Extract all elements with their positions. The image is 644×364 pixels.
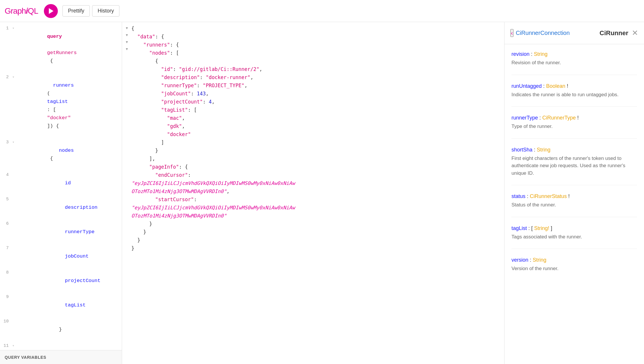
doc-field-status: status : CiRunnerStatus ! Status of the …: [511, 193, 637, 209]
docs-title: CiRunner: [600, 29, 628, 37]
doc-field-desc: First eight characters of the runner's t…: [511, 155, 637, 177]
doc-divider: [511, 75, 637, 75]
code-line: 1 ▾ query getRunners {: [0, 24, 122, 73]
doc-field-desc: Version of the runner.: [511, 265, 637, 272]
line-number: 6: [0, 220, 12, 228]
line-content: projectCount: [17, 269, 122, 293]
docs-back-button[interactable]: ‹: [510, 29, 514, 37]
doc-field-runUntagged: runUntagged : Boolean ! Indicates the ru…: [511, 83, 637, 99]
code-line: 8 projectCount: [0, 269, 122, 293]
code-line: 5 description: [0, 195, 122, 220]
fold-gutter: [12, 171, 17, 179]
response-panel: ▾ ▾ ▾ ▾ { "data": { "runners": { "nodes"…: [122, 22, 505, 364]
docs-panel: ‹ CiRunnerConnection CiRunner ✕ revision…: [505, 22, 644, 364]
doc-divider: [511, 185, 637, 185]
doc-field-name: shortSha : String: [511, 147, 637, 153]
line-content: description: [17, 195, 122, 220]
history-button[interactable]: History: [92, 5, 119, 17]
run-button[interactable]: [44, 4, 58, 18]
keyword-query: query: [47, 34, 62, 39]
docs-body: revision : String Revision of the runner…: [505, 44, 644, 364]
doc-field-runnerType: runnerType : CiRunnerType ! Type of the …: [511, 115, 637, 130]
line-content: jobCount: [17, 244, 122, 269]
scroll-indicators: ▾ ▾ ▾ ▾: [124, 22, 129, 364]
line-content: }: [17, 317, 122, 342]
line-number: 2: [0, 73, 12, 81]
fold-gutter[interactable]: ▾: [12, 138, 17, 147]
fold-gutter: [12, 269, 17, 277]
fold-gutter: [12, 317, 17, 326]
scroll-arrow-down-2[interactable]: ▾: [126, 33, 128, 37]
line-number: 10: [0, 317, 12, 326]
docs-close-button[interactable]: ✕: [632, 28, 638, 38]
scroll-arrow-down-4[interactable]: ▾: [126, 47, 128, 51]
line-content: runners ( tagList : [ "docker" ]) {: [17, 73, 122, 138]
line-content: pageInfo {: [17, 342, 122, 350]
fold-gutter[interactable]: ▾: [12, 73, 17, 81]
scroll-arrow-down[interactable]: ▾: [126, 26, 128, 30]
chevron-left-icon: ‹: [511, 30, 513, 36]
line-content: query getRunners {: [17, 24, 122, 73]
code-line: 6 runnerType: [0, 220, 122, 244]
query-variables-bar[interactable]: QUERY VARIABLES: [0, 350, 122, 364]
app-logo: GraphiQL: [5, 6, 38, 16]
code-line: 3 ▾ nodes {: [0, 138, 122, 171]
fold-gutter: [12, 220, 17, 228]
code-line: 4 id: [0, 171, 122, 195]
fold-gutter[interactable]: ▾: [12, 24, 17, 33]
fold-gutter[interactable]: ▾: [12, 342, 17, 350]
doc-field-name: status : CiRunnerStatus !: [511, 193, 637, 199]
line-content: nodes {: [17, 138, 122, 171]
run-icon: [49, 8, 53, 14]
code-line: 7 jobCount: [0, 244, 122, 269]
query-panel: 1 ▾ query getRunners { 2 ▾ runners ( tag…: [0, 22, 122, 364]
line-content: tagList: [17, 293, 122, 317]
doc-field-name: version : String: [511, 257, 637, 263]
fold-gutter: [12, 195, 17, 204]
doc-field-desc: Tags associated with the runner.: [511, 233, 637, 241]
line-content: runnerType: [17, 220, 122, 244]
docs-header: ‹ CiRunnerConnection CiRunner ✕: [505, 22, 644, 44]
line-number: 5: [0, 195, 12, 204]
doc-field-desc: Indicates the runner is able to run unta…: [511, 91, 637, 99]
line-number: 9: [0, 293, 12, 301]
line-number: 4: [0, 171, 12, 179]
doc-field-desc: Revision of the runner.: [511, 59, 637, 67]
fold-gutter: [12, 293, 17, 301]
doc-field-name: runnerType : CiRunnerType !: [511, 115, 637, 121]
main-area: 1 ▾ query getRunners { 2 ▾ runners ( tag…: [0, 22, 644, 364]
code-line: 9 tagList: [0, 293, 122, 317]
docs-breadcrumb[interactable]: CiRunnerConnection: [516, 30, 570, 36]
scroll-arrow-down-3[interactable]: ▾: [126, 40, 128, 44]
line-number: 1: [0, 24, 12, 33]
doc-field-version: version : String Version of the runner.: [511, 257, 637, 272]
doc-field-desc: Status of the runner.: [511, 201, 637, 209]
doc-field-name: tagList : [ String! ]: [511, 225, 637, 231]
line-number: 11: [0, 342, 12, 350]
line-number: 7: [0, 244, 12, 252]
fold-gutter: [12, 244, 17, 252]
response-content[interactable]: { "data": { "runners": { "nodes": [ { "i…: [122, 22, 504, 364]
code-line: 10 }: [0, 317, 122, 342]
code-line: 11 ▾ pageInfo {: [0, 342, 122, 350]
query-editor[interactable]: 1 ▾ query getRunners { 2 ▾ runners ( tag…: [0, 22, 122, 350]
doc-divider: [511, 138, 637, 139]
prettify-button[interactable]: Prettify: [62, 5, 90, 17]
doc-divider: [511, 217, 637, 217]
line-content: id: [17, 171, 122, 195]
doc-field-shortSha: shortSha : String First eight characters…: [511, 147, 637, 177]
doc-field-name: revision : String: [511, 51, 637, 57]
app-header: GraphiQL Prettify History: [0, 0, 644, 22]
doc-field-name: runUntagged : Boolean !: [511, 83, 637, 89]
doc-field-revision: revision : String Revision of the runner…: [511, 51, 637, 67]
function-name: getRunners: [47, 50, 77, 56]
doc-field-tagList: tagList : [ String! ] Tags associated wi…: [511, 225, 637, 241]
doc-divider: [511, 106, 637, 107]
line-number: 8: [0, 269, 12, 277]
line-number: 3: [0, 138, 12, 147]
code-line: 2 ▾ runners ( tagList : [ "docker" ]) {: [0, 73, 122, 138]
doc-divider: [511, 249, 637, 249]
doc-field-desc: Type of the runner.: [511, 123, 637, 130]
